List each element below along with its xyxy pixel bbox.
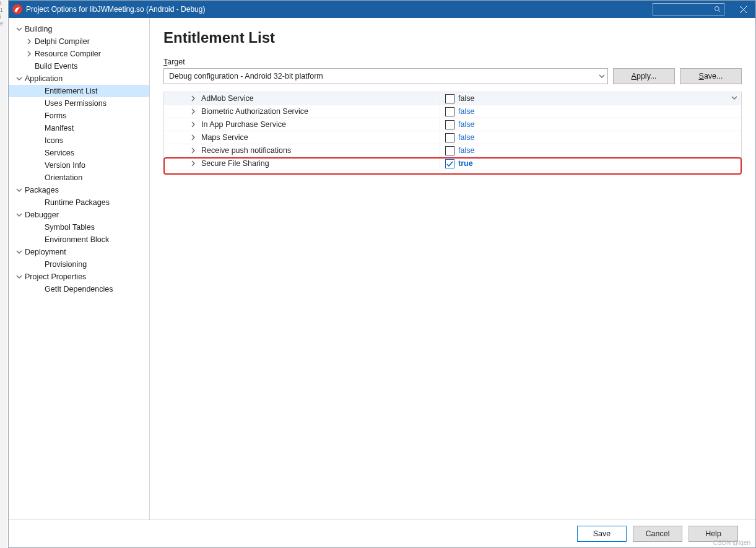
entitlement-value-cell[interactable]: false	[440, 118, 741, 131]
tree-item-label: Deployment	[25, 248, 66, 256]
tree-item-label: Delphi Compiler	[35, 37, 90, 46]
tree-item[interactable]: Entitlement List	[9, 85, 149, 97]
tree-spacer	[35, 149, 43, 157]
entitlement-value: false	[458, 133, 474, 142]
tree-item-label: Forms	[45, 111, 66, 120]
target-select[interactable]: Debug configuration - Android 32-bit pla…	[163, 68, 608, 84]
tree-item[interactable]: Icons	[9, 134, 149, 147]
tree-item-label: Debugger	[25, 211, 59, 219]
tree-item[interactable]: Resource Compiler	[9, 48, 149, 60]
chevron-right-icon	[25, 50, 33, 58]
tree-item-label: Application	[25, 74, 63, 83]
titlebar: Project Options for libJWMeeting.so (And…	[9, 1, 755, 18]
tree-spacer	[25, 62, 33, 71]
entitlement-table: AdMob ServicefalseBiometric Authorizatio…	[163, 92, 742, 170]
tree-item-label: Build Events	[35, 62, 77, 71]
entitlement-row[interactable]: In App Purchase Servicefalse	[164, 118, 741, 131]
save-button[interactable]: Save	[577, 526, 627, 542]
entitlement-value-cell[interactable]: true	[440, 157, 741, 170]
cancel-button[interactable]: Cancel	[633, 526, 682, 542]
chevron-down-icon	[15, 25, 24, 33]
tree-item[interactable]: GetIt Dependencies	[9, 283, 149, 295]
entitlement-row[interactable]: Biometric Authorization Servicefalse	[164, 105, 741, 118]
target-row: Target Debug configuration - Android 32-…	[163, 58, 742, 84]
svg-point-0	[715, 7, 719, 11]
tree-item[interactable]: Forms	[9, 110, 149, 122]
tree-item[interactable]: Environment Block	[9, 233, 149, 246]
tree-item[interactable]: Provisioning	[9, 258, 149, 271]
tree-item[interactable]: Runtime Packages	[9, 196, 149, 209]
tree-item-label: Uses Permissions	[45, 99, 106, 108]
tree-item-label: Provisioning	[45, 260, 87, 269]
tree-item[interactable]: Build Events	[9, 60, 149, 72]
tree-item[interactable]: Deployment	[9, 246, 149, 258]
entitlement-value-cell[interactable]: false	[440, 144, 741, 157]
tree-item-label: Packages	[25, 186, 59, 194]
tree-item[interactable]: Symbol Tables	[9, 221, 149, 233]
chevron-down-icon	[15, 248, 24, 256]
checkbox[interactable]	[445, 146, 454, 155]
watermark: CSDN @lqen	[713, 539, 750, 546]
entitlement-name-cell: Maps Service	[164, 131, 440, 144]
tree-spacer	[35, 285, 43, 294]
entitlement-row[interactable]: Secure File Sharingtrue	[164, 157, 741, 170]
tree-spacer	[35, 260, 43, 269]
checkbox[interactable]	[445, 107, 454, 116]
editor-gutter-background: t 1ie	[0, 0, 7, 548]
entitlement-name: Receive push notifications	[201, 146, 291, 155]
tree-spacer	[35, 99, 43, 108]
tree-item[interactable]: Building	[9, 23, 149, 35]
entitlement-value-cell[interactable]: false	[440, 105, 741, 118]
checkbox[interactable]	[445, 133, 454, 142]
dialog-window: Project Options for libJWMeeting.so (And…	[8, 0, 756, 548]
entitlement-value: false	[458, 146, 474, 155]
tree-item-label: Building	[25, 25, 52, 33]
checkbox[interactable]	[445, 120, 454, 129]
close-button[interactable]	[731, 1, 755, 18]
entitlement-value: false	[458, 94, 474, 103]
entitlement-row[interactable]: Maps Servicefalse	[164, 131, 741, 144]
chevron-down-icon	[15, 211, 24, 219]
tree-item-label: Orientation	[45, 173, 82, 182]
chevron-right-icon	[189, 133, 198, 142]
save-as-button[interactable]: Save...	[680, 68, 742, 84]
close-icon	[740, 6, 747, 13]
chevron-right-icon	[189, 94, 198, 103]
titlebar-search[interactable]	[653, 3, 724, 15]
tree-spacer	[35, 124, 43, 133]
chevron-down-icon	[15, 74, 24, 83]
tree-item[interactable]: Packages	[9, 184, 149, 196]
tree-item[interactable]: Services	[9, 147, 149, 159]
tree-item[interactable]: Version Info	[9, 159, 149, 172]
entitlement-row[interactable]: Receive push notificationsfalse	[164, 144, 741, 157]
tree-item[interactable]: Project Properties	[9, 271, 149, 283]
window-title: Project Options for libJWMeeting.so (And…	[26, 5, 205, 14]
tree-item-label: Project Properties	[25, 272, 86, 281]
entitlement-value-cell[interactable]: false	[440, 131, 741, 144]
tree-item-label: Environment Block	[45, 235, 109, 244]
tree-item[interactable]: Manifest	[9, 122, 149, 134]
tree-item[interactable]: Debugger	[9, 209, 149, 221]
tree-spacer	[35, 235, 43, 244]
chevron-down-icon[interactable]	[731, 94, 737, 103]
tree-spacer	[35, 136, 43, 145]
tree-item[interactable]: Delphi Compiler	[9, 35, 149, 48]
chevron-down-icon	[15, 272, 24, 281]
tree-item-label: Runtime Packages	[45, 198, 110, 207]
tree-item[interactable]: Application	[9, 72, 149, 85]
chevron-right-icon	[189, 120, 198, 129]
entitlement-name: Maps Service	[201, 133, 248, 142]
tree-item-label: Manifest	[45, 124, 74, 133]
entitlement-name-cell: In App Purchase Service	[164, 118, 440, 131]
options-tree[interactable]: BuildingDelphi CompilerResource Compiler…	[9, 18, 150, 520]
checkbox[interactable]	[445, 94, 454, 103]
entitlement-value: true	[458, 159, 473, 168]
checkbox[interactable]	[445, 159, 454, 168]
entitlement-value-cell[interactable]: false	[440, 92, 741, 105]
app-icon	[12, 4, 22, 14]
tree-item[interactable]: Uses Permissions	[9, 97, 149, 110]
entitlement-row[interactable]: AdMob Servicefalse	[164, 92, 741, 105]
tree-item[interactable]: Orientation	[9, 172, 149, 184]
apply-button[interactable]: Apply...	[613, 68, 675, 84]
tree-spacer	[35, 111, 43, 120]
